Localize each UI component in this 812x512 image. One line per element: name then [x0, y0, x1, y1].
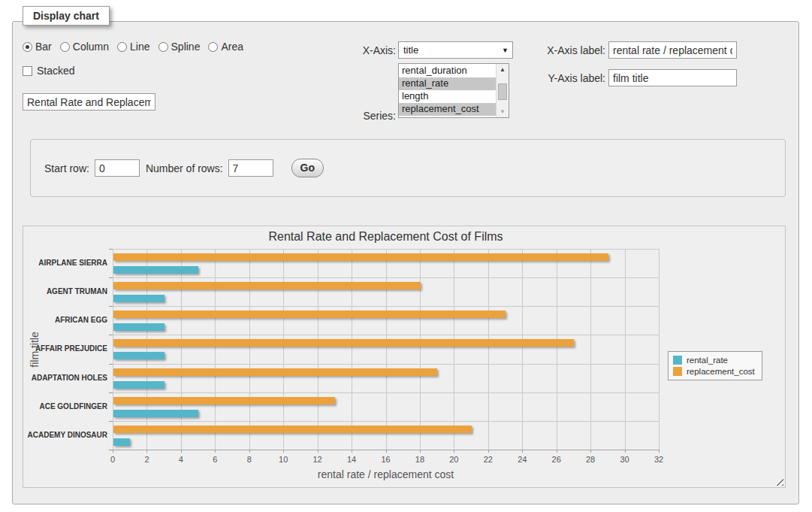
grid-line-x [181, 249, 182, 450]
grid-line-x [113, 249, 113, 450]
radio-icon[interactable] [23, 42, 32, 52]
radio-label: Column [73, 41, 109, 53]
x-tick-label: 28 [575, 455, 605, 464]
grid-line-x [146, 249, 147, 450]
radio-icon[interactable] [117, 42, 127, 52]
grid-line-x [590, 249, 591, 450]
radio-label: Line [130, 41, 149, 53]
series-option-rental_duration[interactable]: rental_duration [399, 65, 496, 77]
bar-replacement_cost[interactable] [113, 253, 608, 261]
grid-line-y [113, 364, 659, 365]
num-rows-label: Number of rows: [146, 162, 223, 174]
grid-line-y [113, 421, 659, 422]
grid-line-x [249, 249, 250, 450]
bar-rental_rate[interactable] [113, 323, 165, 331]
series-listbox[interactable]: rental_durationrental_ratelengthreplacem… [398, 63, 509, 118]
x-axis-select[interactable]: title ▼ [398, 41, 513, 59]
x-tick-label: 32 [644, 455, 674, 464]
y-tick-mark [109, 364, 113, 365]
legend-label: rental_rate [687, 356, 728, 365]
y-axis-label-text: Y-Axis label: [508, 72, 605, 84]
bar-replacement_cost[interactable] [113, 339, 574, 347]
series-select-label: Series: [298, 110, 396, 122]
x-tick-label: 22 [473, 455, 503, 464]
x-tick-label: 4 [166, 455, 196, 464]
bar-replacement_cost[interactable] [113, 282, 421, 289]
y-tick-mark [109, 249, 113, 250]
y-axis-title: film title [29, 332, 41, 367]
x-tick-label: 20 [439, 455, 469, 464]
grid-line-x [386, 249, 387, 450]
chart-title-input[interactable] [23, 93, 155, 111]
x-tick-label: 12 [303, 455, 333, 464]
num-rows-input[interactable] [228, 159, 273, 177]
bar-replacement_cost[interactable] [113, 426, 472, 433]
x-tick-label: 24 [507, 455, 537, 464]
scroll-up-icon[interactable]: ▲ [497, 64, 509, 75]
bar-rental_rate[interactable] [113, 381, 165, 389]
stacked-checkbox[interactable] [23, 66, 32, 76]
x-tick-label: 16 [371, 455, 401, 464]
display-chart-panel: BarColumnLineSplineArea Stacked X-Axis: … [12, 21, 799, 504]
bar-replacement_cost[interactable] [113, 368, 437, 376]
x-axis-label-input[interactable] [608, 41, 737, 59]
series-option-replacement_cost[interactable]: replacement_cost [399, 103, 496, 116]
x-axis-line [113, 450, 659, 450]
grid-line-y [113, 335, 659, 335]
y-axis-title-wrap: film title [23, 249, 46, 450]
x-axis-label-text: X-Axis label: [508, 44, 605, 56]
scrollbar-thumb[interactable] [498, 83, 507, 100]
chart-type-column[interactable]: Column [60, 41, 109, 53]
y-tick-mark [109, 392, 113, 393]
x-tick-label: 26 [542, 455, 572, 464]
bar-rental_rate[interactable] [113, 295, 165, 302]
grid-line-y [113, 249, 659, 250]
radio-icon[interactable] [60, 42, 70, 52]
bar-rental_rate[interactable] [113, 266, 198, 274]
start-row-input[interactable] [95, 159, 140, 177]
grid-line-y [113, 392, 659, 393]
go-button[interactable]: Go [291, 159, 324, 177]
bar-rental_rate[interactable] [113, 352, 165, 359]
chart-type-line[interactable]: Line [117, 41, 149, 53]
bar-replacement_cost[interactable] [113, 311, 506, 318]
panel-title: Display chart [23, 6, 110, 26]
bar-replacement_cost[interactable] [113, 397, 335, 404]
y-tick-mark [109, 306, 113, 307]
series-option-rental_rate[interactable]: rental_rate [399, 77, 496, 90]
bar-rental_rate[interactable] [113, 438, 130, 446]
radio-label: Bar [35, 41, 52, 53]
grid-line-y [113, 277, 659, 278]
radio-icon[interactable] [158, 42, 168, 52]
row-range-box: Start row: Number of rows: Go [30, 139, 786, 197]
legend-item-rental_rate[interactable]: rental_rate [673, 356, 755, 365]
scrollbar[interactable]: ▲ ▼ [496, 64, 509, 117]
x-tick-label: 30 [610, 455, 640, 464]
legend-swatch [673, 356, 682, 365]
x-axis-title: rental rate / replacement cost [113, 468, 659, 480]
grid-line-x [625, 249, 626, 450]
grid-line-x [318, 249, 318, 450]
y-tick-mark [109, 335, 113, 335]
legend-item-replacement_cost[interactable]: replacement_cost [673, 367, 755, 376]
chart-type-area[interactable]: Area [208, 41, 243, 53]
scroll-down-icon[interactable]: ▼ [497, 106, 509, 117]
bar-rental_rate[interactable] [113, 410, 198, 417]
y-axis-label-input[interactable] [608, 69, 737, 86]
series-option-length[interactable]: length [399, 90, 496, 103]
radio-icon[interactable] [208, 42, 218, 52]
chart-type-spline[interactable]: Spline [158, 41, 201, 53]
grid-line-x [659, 249, 660, 450]
x-tick-label: 18 [405, 455, 435, 464]
x-axis-selected-value: title [403, 44, 418, 56]
radio-label: Spline [171, 41, 201, 53]
grid-line-x [488, 249, 489, 450]
legend-label: replacement_cost [687, 367, 755, 376]
x-tick-label: 8 [234, 455, 264, 464]
grid-line-x [454, 249, 454, 450]
chart-type-bar[interactable]: Bar [23, 41, 52, 53]
x-axis-select-label: X-Axis: [298, 44, 396, 56]
stacked-checkbox-row[interactable]: Stacked [23, 65, 75, 77]
chart-type-radiogroup: BarColumnLineSplineArea [23, 41, 243, 53]
resize-handle[interactable] [775, 477, 783, 486]
